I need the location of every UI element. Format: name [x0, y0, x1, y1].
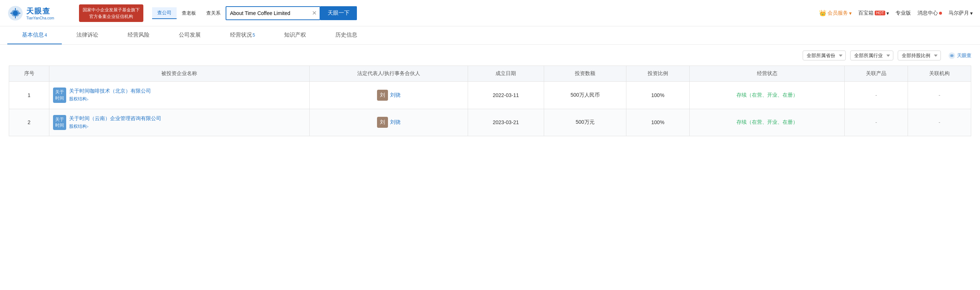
person-avatar-1: 刘 [377, 117, 388, 128]
tab-status-badge: 5 [253, 33, 255, 38]
col-related-org: 关联机构 [908, 66, 971, 82]
cell-date-1: 2023-03-21 [468, 109, 544, 136]
col-ratio: 投资比例 [627, 66, 690, 82]
search-tab-boss[interactable]: 查老板 [177, 7, 201, 19]
tab-history[interactable]: 历史信息 [321, 26, 372, 44]
main-content: 全部所属省份 全部所属行业 全部持股比例 天眼查 序号 被投资企业名称 法定代表… [0, 45, 980, 142]
watermark-text: 天眼查 [957, 52, 971, 59]
search-tab-company[interactable]: 查公司 [152, 7, 177, 19]
logo-area: 天眼查 TianYanCha.com [7, 5, 73, 21]
header: 天眼查 TianYanCha.com 国家中小企业发展子基金旗下 官方备案企业征… [0, 0, 980, 26]
col-index: 序号 [9, 66, 49, 82]
cell-status-1: 存续（在营、开业、在册） [689, 109, 844, 136]
tab-ip[interactable]: 知识产权 [269, 26, 321, 44]
col-company-name: 被投资企业名称 [49, 66, 310, 82]
filter-industry[interactable]: 全部所属行业 [850, 51, 893, 61]
filter-ratio[interactable]: 全部持股比例 [898, 51, 941, 61]
filter-bar: 全部所属省份 全部所属行业 全部持股比例 天眼查 [9, 51, 971, 61]
investment-table: 序号 被投资企业名称 法定代表人/执行事务合伙人 成立日期 投资数额 投资比例 … [9, 66, 971, 136]
search-button[interactable]: 天眼一下 [320, 6, 357, 20]
crown-icon: 👑 [819, 10, 826, 16]
watermark-logo-icon [948, 52, 956, 59]
search-input-wrap: ✕ [226, 6, 320, 20]
person-avatar-0: 刘 [377, 90, 388, 101]
cell-person-0: 刘 刘骁 [309, 82, 468, 109]
table-row: 2 关于时间 关于时间（云南）企业管理咨询有限公司 股权结构 › 刘 刘骁 20… [9, 109, 971, 136]
promo-banner: 国家中小企业发展子基金旗下 官方备案企业征信机构 [79, 5, 143, 22]
search-tab-relation[interactable]: 查关系 [201, 7, 226, 19]
promo-line2: 官方备案企业征信机构 [83, 13, 140, 20]
member-label: 会员服务 [827, 10, 848, 16]
cell-investment-1: 500万元 [544, 109, 626, 136]
company-name-link-0[interactable]: 关于时间咖啡技术（北京）有限公司 [69, 88, 151, 95]
person-name-link-1[interactable]: 刘骁 [390, 119, 401, 126]
cell-date-0: 2022-03-11 [468, 82, 544, 109]
hot-badge: HOT [875, 11, 885, 15]
logo-text: 天眼查 TianYanCha.com [26, 6, 54, 20]
logo-en: TianYanCha.com [26, 16, 54, 20]
cell-index-1: 2 [9, 109, 49, 136]
search-tabs: 查公司 查老板 查关系 [152, 7, 226, 19]
cell-ratio-0: 100% [627, 82, 690, 109]
logo-cn: 天眼查 [26, 6, 54, 16]
company-name-link-1[interactable]: 关于时间（云南）企业管理咨询有限公司 [69, 115, 161, 122]
svg-point-1 [13, 11, 18, 16]
search-input[interactable] [226, 10, 309, 16]
msg-label: 消息中心 [918, 10, 938, 16]
member-chevron-icon: ▾ [849, 10, 852, 16]
table-row: 1 关于时间 关于时间咖啡技术（北京）有限公司 股权结构 › 刘 刘骁 2022… [9, 82, 971, 109]
tab-legal[interactable]: 法律诉讼 [62, 26, 113, 44]
tab-risk[interactable]: 经营风险 [113, 26, 164, 44]
baibao-nav[interactable]: 百宝箱 HOT ▾ [858, 10, 889, 16]
search-clear-icon[interactable]: ✕ [309, 10, 320, 16]
cell-person-1: 刘 刘骁 [309, 109, 468, 136]
col-investment: 投资数额 [544, 66, 626, 82]
search-area: 查公司 查老板 查关系 ✕ 天眼一下 [152, 6, 357, 20]
msg-nav[interactable]: 消息中心 [918, 10, 942, 16]
equity-chevron-icon: › [87, 124, 89, 128]
cell-company-1: 关于时间 关于时间（云南）企业管理咨询有限公司 股权结构 › [49, 109, 310, 136]
promo-line1: 国家中小企业发展子基金旗下 [83, 6, 140, 13]
user-chevron-icon: ▾ [970, 10, 973, 16]
msg-dot-icon [939, 12, 942, 14]
equity-chevron-icon: › [87, 97, 89, 101]
filter-province[interactable]: 全部所属省份 [803, 51, 846, 61]
watermark: 天眼查 [948, 52, 971, 59]
equity-link-0[interactable]: 股权结构 › [69, 96, 151, 102]
cell-related-product-1: - [845, 109, 908, 136]
pro-label: 专业版 [896, 10, 911, 16]
user-label: 马尔萨月 [948, 10, 969, 16]
col-est-date: 成立日期 [468, 66, 544, 82]
pro-nav[interactable]: 专业版 [896, 10, 911, 16]
cell-investment-0: 500万人民币 [544, 82, 626, 109]
col-legal-person: 法定代表人/执行事务合伙人 [309, 66, 468, 82]
person-name-link-0[interactable]: 刘骁 [390, 92, 401, 98]
cell-index-0: 1 [9, 82, 49, 109]
tab-status[interactable]: 经营状况5 [215, 26, 270, 44]
table-header-row: 序号 被投资企业名称 法定代表人/执行事务合伙人 成立日期 投资数额 投资比例 … [9, 66, 971, 82]
col-related-product: 关联产品 [845, 66, 908, 82]
cell-related-product-0: - [845, 82, 908, 109]
cell-ratio-1: 100% [627, 109, 690, 136]
cell-company-0: 关于时间 关于时间咖啡技术（北京）有限公司 股权结构 › [49, 82, 310, 109]
equity-link-1[interactable]: 股权结构 › [69, 123, 161, 130]
member-service[interactable]: 👑 会员服务 ▾ [819, 10, 852, 16]
company-tag-1: 关于时间 [53, 115, 66, 130]
logo-icon [7, 5, 24, 21]
svg-point-3 [951, 54, 953, 56]
user-nav[interactable]: 马尔萨月 ▾ [948, 10, 973, 16]
company-tag-0: 关于时间 [53, 88, 66, 103]
col-status: 经营状态 [689, 66, 844, 82]
nav-tabs: 基本信息4 法律诉讼 经营风险 公司发展 经营状况5 知识产权 历史信息 [0, 26, 980, 45]
cell-related-org-0: - [908, 82, 971, 109]
cell-status-0: 存续（在营、开业、在册） [689, 82, 844, 109]
tab-development[interactable]: 公司发展 [164, 26, 215, 44]
tab-basic-badge: 4 [45, 33, 47, 38]
baibao-label: 百宝箱 [858, 10, 873, 16]
tab-basic-info[interactable]: 基本信息4 [7, 26, 62, 44]
cell-related-org-1: - [908, 109, 971, 136]
baibao-chevron-icon: ▾ [886, 10, 889, 16]
nav-right: 👑 会员服务 ▾ 百宝箱 HOT ▾ 专业版 消息中心 马尔萨月 ▾ [819, 10, 973, 16]
